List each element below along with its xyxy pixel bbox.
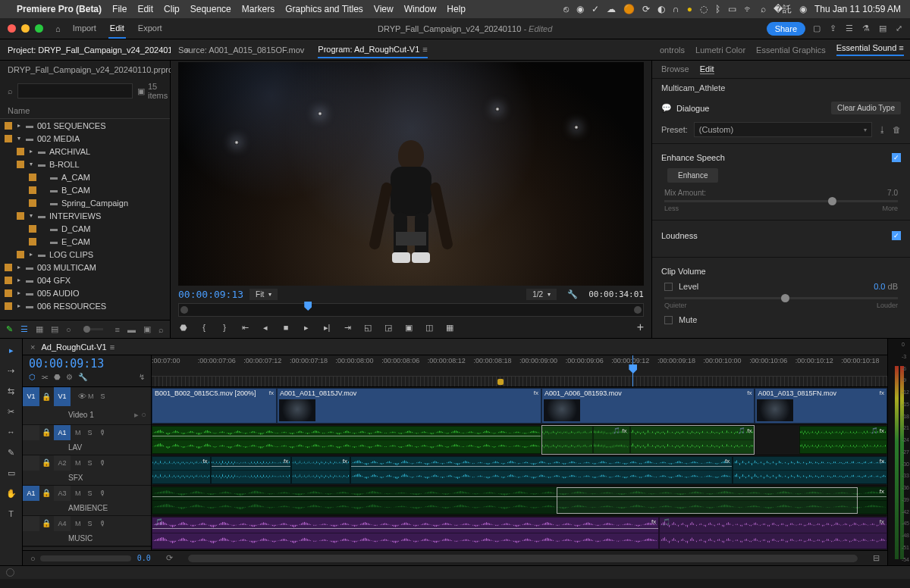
audio-clip[interactable]: fx bbox=[291, 456, 350, 484]
workspace-edit[interactable]: Edit bbox=[108, 19, 126, 39]
audio-clip[interactable]: 🎵 fx bbox=[630, 426, 755, 454]
freeform-view-icon[interactable]: ▤ bbox=[51, 324, 58, 334]
audio-clip[interactable]: fx bbox=[152, 486, 887, 514]
mark-out-icon[interactable]: } bbox=[219, 322, 230, 333]
mute-button[interactable]: M bbox=[74, 519, 83, 528]
track-target-a4[interactable]: A4 bbox=[54, 516, 71, 531]
bin-row[interactable]: ▸▬ARCHIVAL bbox=[0, 145, 170, 158]
level-slider[interactable] bbox=[664, 297, 898, 299]
lock-icon[interactable]: 🔒 bbox=[42, 489, 51, 497]
wifi-icon[interactable]: ᯤ bbox=[744, 4, 753, 14]
search-icon[interactable]: ⌕ bbox=[761, 4, 766, 14]
extract-icon[interactable]: ◲ bbox=[383, 322, 394, 333]
menu-edit[interactable]: Edit bbox=[137, 4, 153, 14]
project-search-input[interactable] bbox=[17, 83, 133, 99]
icon-view-icon[interactable]: ▦ bbox=[36, 324, 43, 334]
add-marker-icon[interactable]: ⬣ bbox=[178, 322, 189, 333]
audio-clip[interactable] bbox=[541, 426, 593, 454]
project-tab[interactable]: Project: DRYP_Fall_Campaign_v24_20240110… bbox=[8, 45, 190, 55]
add-track-icon[interactable]: ↯ bbox=[139, 373, 145, 381]
solo-button[interactable]: S bbox=[86, 519, 94, 528]
menu-help[interactable]: Help bbox=[447, 4, 466, 14]
mix-amount-value[interactable]: 7.0 bbox=[887, 189, 898, 197]
lock-icon[interactable]: 🔒 bbox=[42, 393, 51, 401]
loudness-checkbox[interactable]: ✓ bbox=[892, 231, 901, 240]
resolution-dropdown[interactable]: 1/2▾ bbox=[526, 289, 557, 300]
home-icon[interactable]: ⌂ bbox=[55, 24, 61, 33]
ripple-edit-tool-icon[interactable]: ⇆ bbox=[5, 384, 18, 398]
slip-tool-icon[interactable]: ↔ bbox=[5, 425, 18, 439]
track-target-v1[interactable]: V1 bbox=[54, 387, 71, 406]
tab-essential-sound[interactable]: Essential Sound ≡ bbox=[836, 43, 904, 56]
linked-selection-icon[interactable]: ⫘ bbox=[41, 373, 49, 381]
lock-icon[interactable]: 🔒 bbox=[42, 458, 51, 467]
export-frame-icon[interactable]: ▣ bbox=[403, 322, 414, 333]
hand-tool-icon[interactable]: ✋ bbox=[5, 486, 18, 500]
playhead[interactable] bbox=[632, 355, 633, 386]
rectangle-tool-icon[interactable]: ▭ bbox=[5, 466, 18, 480]
zoom-out-icon[interactable]: ○ bbox=[30, 554, 36, 563]
track-header-a3[interactable]: A1 🔒 A3 MS🎙 AMBIENCE bbox=[23, 486, 151, 516]
track-header-a2[interactable]: 🔒 A2 MS🎙 SFX bbox=[23, 455, 151, 486]
bin-row[interactable]: ▸▬003 MULTICAM bbox=[0, 261, 170, 274]
solo-button[interactable]: S bbox=[86, 458, 94, 468]
bluetooth-icon[interactable]: ᛒ bbox=[715, 4, 720, 14]
audio-clip[interactable]: 🎵 fx bbox=[799, 426, 887, 454]
program-timecode-in[interactable]: 00:00:09:13 bbox=[178, 289, 243, 300]
button-editor-icon[interactable]: ▦ bbox=[444, 322, 455, 333]
wrench-icon[interactable]: 🔧 bbox=[78, 373, 87, 381]
new-bin-icon[interactable]: ▬ bbox=[127, 325, 136, 334]
menu-clip[interactable]: Clip bbox=[164, 4, 180, 14]
bin-row[interactable]: ▬B_CAM bbox=[0, 183, 170, 196]
bin-row[interactable]: ▬E_CAM bbox=[0, 235, 170, 248]
mark-in-icon[interactable]: { bbox=[199, 322, 209, 333]
lock-icon[interactable]: 🔒 bbox=[42, 519, 51, 527]
fullscreen-icon[interactable]: ⤢ bbox=[896, 23, 902, 33]
bin-row[interactable]: ▬A_CAM bbox=[0, 170, 170, 183]
status-icon[interactable]: ✓ bbox=[592, 4, 599, 14]
share-button[interactable]: Share bbox=[767, 22, 805, 36]
tab-lumetri[interactable]: Lumetri Color bbox=[695, 45, 745, 55]
progress-indicator-icon[interactable] bbox=[6, 568, 14, 577]
preset-dropdown[interactable]: (Custom)▾ bbox=[694, 122, 872, 137]
status-icon[interactable]: ☁ bbox=[607, 4, 616, 14]
bin-list[interactable]: ▸▬001 SEQUENCES ▾▬002 MEDIA ▸▬ARCHIVAL ▾… bbox=[0, 119, 170, 320]
menu-file[interactable]: File bbox=[112, 4, 127, 14]
clock[interactable]: Thu Jan 11 10:59 AM bbox=[814, 4, 901, 14]
bin-row[interactable]: ▬D_CAM bbox=[0, 222, 170, 235]
level-value[interactable]: 0.0 dB bbox=[874, 282, 898, 291]
menu-graphics[interactable]: Graphics and Titles bbox=[285, 4, 363, 14]
workspace-import[interactable]: Import bbox=[71, 19, 98, 39]
go-to-out-icon[interactable]: ⇥ bbox=[342, 322, 353, 333]
zoom-out-icon[interactable]: ○ bbox=[66, 325, 71, 334]
razor-tool-icon[interactable]: ✂ bbox=[5, 405, 18, 418]
minimize-window-icon[interactable] bbox=[21, 24, 30, 33]
status-icon[interactable]: ◉ bbox=[576, 4, 584, 14]
siri-icon[interactable]: ◉ bbox=[799, 4, 807, 14]
lift-icon[interactable]: ◱ bbox=[362, 322, 373, 333]
subtab-browse[interactable]: Browse bbox=[661, 64, 689, 74]
audio-meters[interactable]: 0-3-6 -9-12-15 -18-21-24 -27-30-33 -36-3… bbox=[887, 339, 910, 565]
sequence-tab[interactable]: Ad_RoughCut-V1 ≡ bbox=[41, 342, 115, 352]
snap-icon[interactable]: ⬡ bbox=[29, 373, 36, 381]
status-icon[interactable]: ⎋ bbox=[563, 4, 569, 14]
workspace-layout-icon[interactable]: ▢ bbox=[813, 23, 821, 33]
toggle-track-output-icon[interactable]: 👁 bbox=[78, 392, 86, 401]
mute-button[interactable]: M bbox=[86, 392, 96, 401]
bin-row[interactable]: ▸▬001 SEQUENCES bbox=[0, 119, 170, 132]
expand-tracks-icon[interactable]: ⊟ bbox=[873, 553, 880, 563]
go-to-in-icon[interactable]: ⇤ bbox=[240, 322, 250, 333]
program-tab[interactable]: Program: Ad_RoughCut-V1≡ bbox=[318, 45, 427, 58]
marker-icon[interactable]: ⬣ bbox=[54, 373, 61, 381]
export-icon[interactable]: ⇪ bbox=[830, 23, 836, 33]
track-header-a4[interactable]: 🔒 A4 MS🎙 MUSIC bbox=[23, 516, 151, 546]
level-checkbox[interactable] bbox=[664, 283, 673, 291]
menu-view[interactable]: View bbox=[374, 4, 394, 14]
voice-over-icon[interactable]: 🎙 bbox=[98, 458, 108, 468]
comparison-view-icon[interactable]: ◫ bbox=[424, 322, 435, 333]
program-viewport[interactable] bbox=[178, 62, 644, 286]
status-icon[interactable]: ∩ bbox=[673, 4, 679, 14]
control-center-icon[interactable]: �託 bbox=[774, 3, 792, 16]
video-clip[interactable]: A001_A013_0815FN.movfx bbox=[755, 388, 887, 424]
mute-button[interactable]: M bbox=[74, 458, 83, 468]
